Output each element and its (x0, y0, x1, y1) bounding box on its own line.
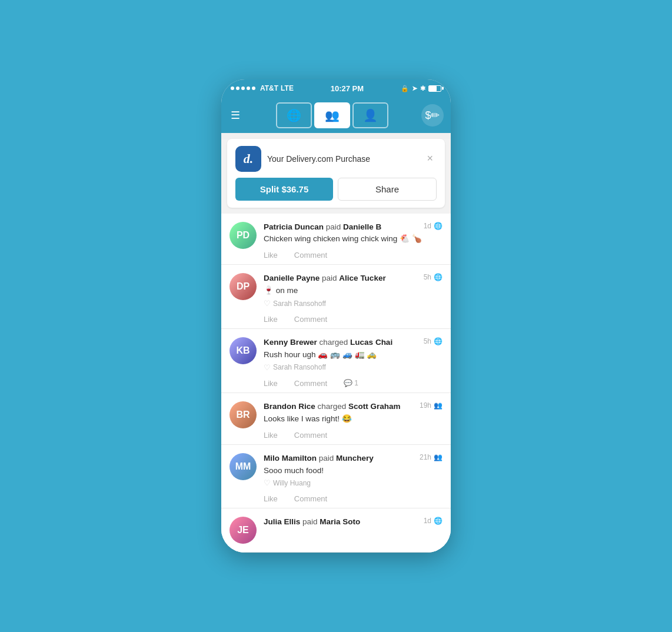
comment-button[interactable]: Comment (294, 251, 327, 260)
feed-item: PD Patricia Duncan paid Danielle B 1d (221, 214, 451, 265)
avatar-initials: DP (237, 281, 249, 292)
comment-heart-icon: 💬 (344, 379, 352, 387)
feed-actions: Like Comment (264, 246, 443, 264)
count-number: 1 (354, 379, 358, 387)
activity-feed: PD Patricia Duncan paid Danielle B 1d (221, 214, 451, 553)
recipient-name: Munchery (336, 454, 374, 463)
notification-banner: d. Your Delivery.com Purchase × Split $3… (227, 139, 445, 208)
main-content: d. Your Delivery.com Purchase × Split $3… (221, 139, 451, 553)
feed-like-row: ♡ Sarah Ransohoff (264, 299, 443, 309)
avatar-initials: BR (236, 410, 249, 420)
avatar-initials: KB (236, 345, 249, 356)
feed-content: Milo Mamilton paid Munchery 21h 👥 Sooo m… (264, 453, 443, 508)
battery-fill (429, 86, 437, 91)
time-label: 1d (424, 517, 431, 525)
avatar: PD (229, 222, 257, 249)
notification-left: d. Your Delivery.com Purchase (235, 146, 370, 172)
like-button[interactable]: Like (264, 494, 278, 503)
action-text: charged (318, 402, 349, 411)
globe-icon: 🌐 (434, 273, 443, 281)
avatar: JE (229, 517, 257, 544)
action-button[interactable]: $✏ (421, 104, 444, 127)
close-button[interactable]: × (423, 151, 437, 166)
globe-icon: 🌐 (434, 337, 443, 345)
nav-bar: ☰ 🌐 👥 👤 $✏ (221, 98, 451, 133)
feed-item: JE Julia Ellis paid Maria Soto 1d 🌐 (221, 508, 451, 553)
like-button[interactable]: Like (264, 315, 278, 324)
feed-meta: 5h 🌐 (424, 273, 443, 281)
time-display: 10:27 PM (331, 84, 364, 93)
time-label: 5h (424, 273, 431, 281)
feed-content: Danielle Payne paid Alice Tucker 5h 🌐 🍷 … (264, 273, 443, 328)
sender-name: Brandon Rice (264, 402, 315, 411)
time-label: 1d (424, 222, 431, 230)
avatar-initials: MM (235, 461, 251, 472)
notification-title: Your Delivery.com Purchase (267, 154, 370, 164)
sender-name: Danielle Payne (264, 274, 320, 282)
comment-button[interactable]: Comment (294, 431, 327, 440)
friends-icon: 👥 (434, 453, 443, 461)
feed-meta: 1d 🌐 (424, 222, 443, 230)
liked-by: Sarah Ransohoff (273, 300, 326, 308)
feed-content: Brandon Rice charged Scott Graham 19h 👥 … (264, 401, 443, 444)
recipient-name: Maria Soto (320, 517, 360, 526)
action-text: paid (326, 222, 343, 231)
network-label: LTE (281, 84, 294, 92)
feed-text: Looks like I was right! 😂 (264, 414, 443, 425)
feed-actions: Like Comment (264, 426, 443, 444)
feed-content: Kenny Brewer charged Lucas Chai 5h 🌐 Rus… (264, 337, 443, 392)
heart-icon: ♡ (264, 299, 271, 308)
phone-frame: AT&T LTE 10:27 PM 🔒 ➤ ✱ ☰ 🌐 👥 👤 $✏ (221, 79, 451, 553)
bluetooth-icon: ✱ (420, 85, 425, 92)
status-right: 🔒 ➤ ✱ (401, 85, 441, 92)
recipient-name: Alice Tucker (339, 274, 385, 282)
split-button[interactable]: Split $36.75 (235, 178, 333, 201)
feed-names: Patricia Duncan paid Danielle B (264, 222, 419, 233)
feed-item: KB Kenny Brewer charged Lucas Chai 5h (221, 329, 451, 393)
feed-actions: Like Comment (264, 490, 443, 508)
feed-names: Kenny Brewer charged Lucas Chai (264, 337, 419, 348)
like-button[interactable]: Like (264, 431, 278, 440)
dollar-edit-icon: $✏ (425, 109, 440, 122)
tab-profile[interactable]: 👤 (352, 102, 388, 128)
carrier-label: AT&T (260, 84, 278, 92)
battery-icon (428, 85, 441, 92)
action-text: charged (320, 338, 351, 347)
action-text: paid (322, 274, 339, 282)
globe-icon: 🌐 (434, 517, 443, 525)
status-bar: AT&T LTE 10:27 PM 🔒 ➤ ✱ (221, 79, 451, 98)
feed-actions: Like Comment 💬 1 (264, 374, 443, 392)
feed-like-row: ♡ Sarah Ransohoff (264, 363, 443, 373)
feed-content: Julia Ellis paid Maria Soto 1d 🌐 (264, 517, 443, 544)
action-text: paid (302, 517, 320, 526)
recipient-name: Lucas Chai (350, 338, 392, 347)
action-text: paid (319, 454, 336, 463)
sender-name: Patricia Duncan (264, 222, 324, 231)
feed-names: Julia Ellis paid Maria Soto (264, 517, 419, 528)
feed-meta: 21h 👥 (420, 453, 443, 461)
delivery-logo-letter: d. (244, 151, 254, 167)
like-button[interactable]: Like (264, 251, 278, 260)
comment-button[interactable]: Comment (294, 494, 327, 503)
hamburger-menu[interactable]: ☰ (228, 108, 242, 123)
feed-like-row: ♡ Willy Huang (264, 478, 443, 488)
comment-count: 💬 1 (344, 379, 358, 388)
comment-button[interactable]: Comment (294, 315, 327, 324)
sender-name: Kenny Brewer (264, 338, 317, 347)
like-button[interactable]: Like (264, 379, 278, 388)
liked-by: Sarah Ransohoff (273, 363, 326, 371)
signal-dots (231, 87, 255, 90)
share-button[interactable]: Share (338, 178, 437, 201)
feed-item: MM Milo Mamilton paid Munchery 21h 👥 (221, 445, 451, 509)
heart-icon: ♡ (264, 478, 271, 487)
feed-names: Milo Mamilton paid Munchery (264, 453, 415, 464)
sender-name: Milo Mamilton (264, 454, 317, 463)
feed-item: DP Danielle Payne paid Alice Tucker 5h (221, 265, 451, 329)
avatar: BR (229, 401, 257, 428)
comment-button[interactable]: Comment (294, 379, 327, 388)
tab-globe[interactable]: 🌐 (276, 102, 312, 128)
avatar: MM (229, 453, 257, 480)
feed-text: Sooo much food! (264, 465, 443, 477)
liked-by: Willy Huang (273, 479, 311, 487)
tab-friends[interactable]: 👥 (314, 102, 350, 128)
